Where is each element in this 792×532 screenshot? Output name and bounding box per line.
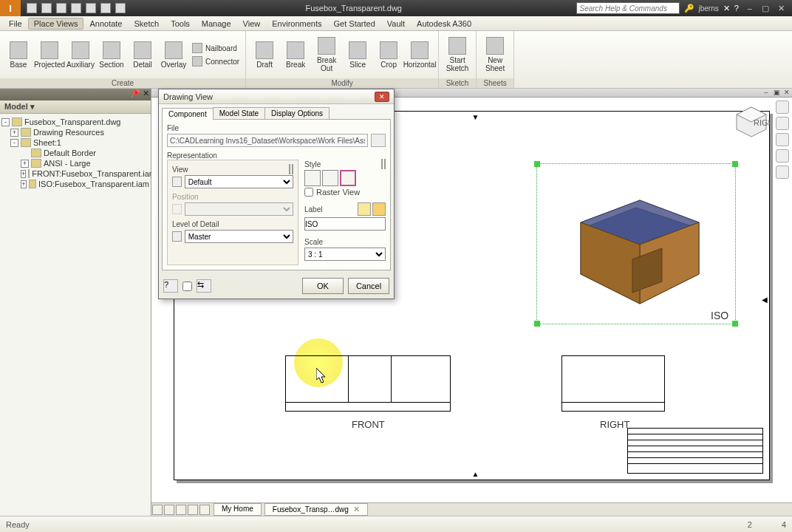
resize-handle-ne[interactable] (732, 161, 738, 167)
menu-annotate[interactable]: Annotate (83, 18, 128, 30)
tree-node[interactable]: +ISO:Fusebox_Transparent.iam (1, 179, 149, 189)
minimize-icon[interactable]: – (743, 4, 757, 13)
file-browse-button[interactable] (371, 134, 386, 147)
qat-open-icon[interactable] (41, 3, 52, 13)
qat-new-icon[interactable] (27, 3, 37, 13)
nav-orbit-icon[interactable] (776, 149, 789, 163)
viewport-more-icon[interactable] (199, 505, 210, 515)
resize-handle-se[interactable] (732, 321, 738, 327)
break-out-button[interactable]: Break Out (311, 33, 342, 77)
browser-title[interactable]: Model ▾ (0, 100, 151, 114)
nav-lookat-icon[interactable] (776, 166, 789, 179)
qat-redo-icon[interactable] (86, 3, 96, 13)
section-button[interactable]: Section (96, 33, 127, 77)
horizontal-button[interactable]: Horizontal (404, 33, 435, 77)
tree-node[interactable]: -Sheet:1 (1, 137, 149, 148)
style-edit-icon[interactable] (384, 159, 386, 169)
viewport-two-icon[interactable] (164, 505, 174, 515)
menu-environments[interactable]: Environments (266, 18, 327, 30)
dialog-close-icon[interactable]: ✕ (375, 92, 389, 102)
viewport-four-icon[interactable] (188, 505, 198, 515)
raster-view-checkbox[interactable]: Raster View (304, 188, 386, 197)
menu-manage[interactable]: Manage (196, 18, 237, 30)
nav-pan-icon[interactable] (776, 117, 789, 130)
lod-pre-icon[interactable] (172, 231, 182, 242)
menu-tools[interactable]: Tools (165, 18, 196, 30)
menu-view[interactable]: View (237, 18, 267, 30)
label-edit-icon[interactable] (372, 202, 386, 216)
exchange-icon[interactable]: ✕ (723, 4, 730, 13)
close-icon[interactable]: ✕ (774, 4, 788, 13)
margin-arrow-bottom[interactable]: ▲ (472, 470, 479, 478)
dialog-option-checkbox[interactable] (182, 282, 192, 291)
doc-tab[interactable]: Fusebox_Transp…dwg✕ (264, 503, 368, 516)
tree-node[interactable]: -Fusebox_Transparent.dwg (1, 117, 149, 127)
doc-tab[interactable]: My Home (214, 503, 262, 516)
doc-minimize-icon[interactable]: – (761, 89, 771, 97)
help-search-input[interactable] (576, 2, 680, 14)
detail-button[interactable]: Detail (127, 33, 158, 77)
break-button[interactable]: Break (280, 33, 311, 77)
menu-autodesk-a360[interactable]: Autodesk A360 (411, 18, 477, 30)
connector-button[interactable]: Connector (189, 55, 242, 68)
menu-get-started[interactable]: Get Started (328, 18, 381, 30)
dialog-help-button[interactable]: ? (163, 279, 178, 293)
tree-expand-icon[interactable]: + (21, 160, 29, 168)
nav-zoom-icon[interactable] (776, 133, 789, 146)
menu-sketch[interactable]: Sketch (129, 18, 165, 30)
overlay-button[interactable]: Overlay (158, 33, 189, 77)
front-view[interactable] (285, 355, 451, 412)
resize-handle-nw[interactable] (534, 161, 540, 167)
menu-place-views[interactable]: Place Views (28, 18, 84, 30)
qat-undo-icon[interactable] (71, 3, 81, 13)
view-opt1-icon[interactable] (289, 164, 290, 174)
tab-display-options[interactable]: Display Options (264, 107, 330, 119)
view-pre-icon[interactable] (172, 177, 182, 187)
draft-button[interactable]: Draft (249, 33, 280, 77)
tree-expand-icon[interactable]: + (21, 170, 26, 178)
menu-vault[interactable]: Vault (381, 18, 411, 30)
signin-icon[interactable]: 🔑 (684, 4, 694, 13)
tree-node[interactable]: +FRONT:Fusebox_Transparent.iam (1, 168, 149, 179)
app-logo[interactable]: I (0, 0, 21, 16)
qat-home-icon[interactable] (100, 3, 111, 13)
tab-model-state[interactable]: Model State (213, 107, 265, 119)
crop-button[interactable]: Crop (373, 33, 404, 77)
file-path-input[interactable] (167, 134, 368, 147)
nav-wheel-icon[interactable] (776, 100, 789, 114)
margin-arrow-right[interactable]: ◀ (762, 296, 768, 304)
tree-expand-icon[interactable]: + (10, 129, 18, 137)
tree-node[interactable]: Default Border (1, 148, 149, 158)
label-input[interactable] (304, 217, 386, 231)
start-sketch-button[interactable]: Start Sketch (442, 33, 473, 77)
style-nohidden-button[interactable] (322, 170, 338, 186)
qat-print-icon[interactable] (115, 3, 126, 13)
style-hidden-button[interactable] (304, 170, 321, 186)
lod-select[interactable]: Master (185, 230, 293, 243)
doc-tab-close-icon[interactable]: ✕ (353, 505, 360, 514)
new-sheet-button[interactable]: New Sheet (479, 33, 511, 77)
viewcube[interactable]: RIGHT (733, 103, 770, 140)
nailboard-button[interactable]: Nailboard (189, 41, 242, 55)
viewport-single-icon[interactable] (152, 505, 163, 515)
doc-close-icon[interactable]: ✕ (782, 89, 792, 97)
slice-button[interactable]: Slice (342, 33, 373, 77)
menu-file[interactable]: File (3, 18, 28, 30)
doc-maximize-icon[interactable]: ▣ (771, 89, 782, 97)
base-button[interactable]: Base (3, 33, 34, 77)
projected-button[interactable]: Projected (34, 33, 65, 77)
qat-save-icon[interactable] (56, 3, 66, 13)
ok-button[interactable]: OK (302, 278, 344, 294)
browser-close-icon[interactable]: ✕ (140, 89, 151, 100)
tab-component[interactable]: Component (162, 108, 214, 120)
margin-arrow-top[interactable]: ▼ (472, 113, 479, 121)
tree-expand-icon[interactable]: + (21, 180, 27, 188)
tree-expand-icon[interactable]: - (10, 139, 18, 147)
scale-select[interactable]: 3 : 1 (304, 248, 386, 261)
resize-handle-sw[interactable] (534, 321, 540, 327)
tree-node[interactable]: +ANSI - Large (1, 158, 149, 168)
cancel-button[interactable]: Cancel (348, 278, 389, 294)
help-icon[interactable]: ? (734, 4, 739, 13)
dialog-expand-button[interactable]: ⇆ (197, 279, 211, 293)
style-link-icon[interactable] (381, 159, 383, 169)
